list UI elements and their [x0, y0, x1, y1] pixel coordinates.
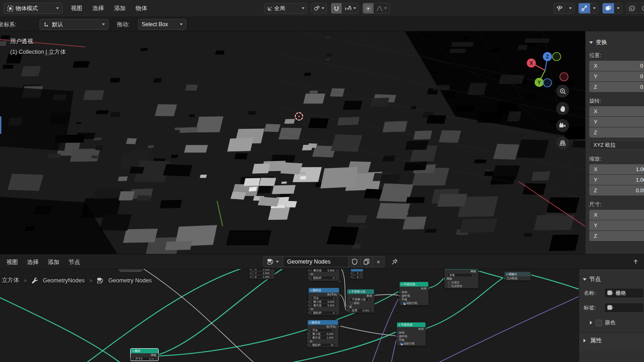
zoom-button[interactable]	[556, 85, 569, 98]
node-row-尺寸X[interactable]: 尺寸X1 m	[131, 357, 158, 361]
node-row-Y[interactable]: Y1.000	[250, 271, 274, 275]
node-socket[interactable]	[307, 333, 309, 335]
visibility-toggle[interactable]	[554, 3, 566, 13]
node-label-input[interactable]	[604, 303, 644, 313]
overlays-dropdown[interactable]	[614, 3, 622, 13]
node-socket[interactable]	[308, 312, 310, 314]
node-socket[interactable]	[477, 270, 479, 272]
node-socket[interactable]	[444, 277, 445, 281]
node-group-output[interactable]: ▾组输出几何数据	[504, 271, 531, 281]
proportional-edit-toggle[interactable]	[363, 3, 374, 13]
node-socket[interactable]	[308, 277, 310, 279]
unlink-button[interactable]: ×	[373, 256, 385, 267]
rotation-mode-dropdown[interactable]: XYZ 欧拉	[589, 140, 644, 150]
node-row-最大值[interactable]: 最大值5.000	[309, 269, 339, 272]
node-math[interactable]: ▾平滑最小值数值平滑最小值▾钳制值距离0.001	[347, 289, 374, 313]
node-row-随机种[interactable]: 随机种2	[309, 311, 339, 315]
transform-field-位置-X[interactable]: X0 m	[589, 61, 644, 71]
viewport-menu-0[interactable]: 视图	[67, 3, 86, 14]
node-socket[interactable]	[308, 305, 310, 306]
node-random-value-mid[interactable]: ▾随机值值(浮点)浮点▾最小值0.000最大值5.000ID随机种2	[308, 287, 339, 315]
node-row-局部空间[interactable]: 局部空间	[397, 342, 426, 345]
node-editor-menu-1[interactable]: 选择	[23, 257, 42, 268]
node-row-field[interactable]: 2	[351, 275, 363, 279]
node-editor-canvas[interactable]: X1.000Y1.000Z1.000最小值0.000最大值5.000ID随机种2…	[0, 269, 579, 362]
node-section-header[interactable]: 节点	[583, 276, 644, 283]
gizmos-toggle[interactable]	[579, 3, 590, 13]
node-tree-browse-dropdown[interactable]	[263, 256, 283, 267]
transform-field-位置-Z[interactable]: Z0 m	[589, 82, 644, 92]
transform-field-位置-Y[interactable]: Y0 m	[589, 71, 644, 81]
node-row-孔洞容差[interactable]: 孔洞容差	[445, 284, 478, 288]
node-socket[interactable]	[350, 272, 352, 274]
node-socket[interactable]	[346, 306, 348, 308]
node-row-平滑最小值[interactable]: 平滑最小值▾	[347, 298, 374, 301]
coord-system-dropdown[interactable]: 默认	[40, 19, 109, 30]
node-socket[interactable]	[396, 339, 398, 341]
node-socket[interactable]	[308, 273, 310, 275]
node-socket[interactable]	[428, 287, 430, 289]
pin-icon[interactable]	[391, 258, 398, 265]
shading-solid-toggle[interactable]	[638, 3, 644, 13]
transform-field-旋转-X[interactable]: X0°	[589, 106, 644, 116]
viewport-menu-2[interactable]: 添加	[110, 3, 129, 14]
node-row-随机种[interactable]: 随机种2	[309, 276, 339, 280]
node-socket[interactable]	[308, 301, 310, 303]
navigation-gizmo[interactable]: X Z Y	[522, 41, 577, 97]
node-collapsed-pill[interactable]	[119, 269, 143, 272]
node-translate-instances-1[interactable]: ▾平移实例实例实例选中项平移局部空间	[399, 282, 429, 305]
node-socket[interactable]	[399, 291, 401, 293]
transform-field-尺寸-X[interactable]: X	[589, 210, 644, 220]
node-socket[interactable]	[308, 308, 310, 310]
node-socket[interactable]	[425, 328, 427, 330]
node-row-Z[interactable]: Z1.000	[250, 275, 274, 279]
proportional-falloff-dropdown[interactable]	[374, 3, 389, 13]
transform-field-尺寸-Z[interactable]: Z	[589, 231, 644, 241]
transform-orientation-dropdown[interactable]: 全局	[264, 3, 307, 14]
node-socket[interactable]	[307, 340, 309, 342]
visibility-dropdown[interactable]	[566, 3, 574, 13]
node-socket[interactable]	[142, 269, 144, 270]
node-socket[interactable]	[307, 337, 309, 339]
transform-field-尺寸-Y[interactable]: Y	[589, 220, 644, 230]
node-translate-instances-2[interactable]: ▾平移实例实例实例选中项平移局部空间	[397, 322, 426, 346]
node-random-value-top[interactable]: 最小值0.000最大值5.000ID随机种2	[308, 269, 339, 281]
node-socket[interactable]	[339, 281, 340, 282]
node-grid[interactable]: ▾栅格网格尺寸X1 m	[130, 348, 159, 361]
snap-with-dropdown[interactable]	[342, 3, 358, 13]
node-random-value-bottom[interactable]: ▾随机值值(浮点)浮点▾最小值0.000最大值1.000ID随机种11	[307, 320, 339, 347]
gizmo-y-neg-axis[interactable]	[552, 52, 561, 61]
color-expand-icon[interactable]	[590, 321, 592, 325]
node-socket[interactable]	[338, 326, 339, 328]
color-checkbox[interactable]	[596, 320, 602, 326]
node-socket[interactable]	[249, 276, 251, 278]
gizmo-z-neg-axis[interactable]	[543, 79, 552, 87]
node-mesh-boolean[interactable]: 网格并集▾网格自相交孔洞容差	[444, 269, 478, 288]
transform-section-header[interactable]: 变换	[589, 39, 644, 46]
node-row-最大值[interactable]: 最大值1.000	[308, 336, 338, 339]
transform-field-旋转-Y[interactable]: Y0°	[589, 117, 644, 127]
node-socket[interactable]	[130, 358, 132, 360]
node-socket[interactable]	[339, 293, 340, 295]
node-socket[interactable]	[399, 295, 401, 297]
mode-dropdown[interactable]: 物体模式	[4, 3, 63, 14]
node-row-最大值[interactable]: 最大值5.000	[309, 304, 339, 307]
camera-view-button[interactable]	[556, 119, 569, 132]
go-to-parent-tree-button[interactable]	[629, 256, 642, 267]
node-socket[interactable]	[307, 344, 309, 346]
transform-field-缩放-Y[interactable]: Y1.000	[589, 175, 644, 185]
snap-toggle[interactable]	[331, 3, 342, 13]
node-socket[interactable]	[249, 269, 251, 270]
new-copy-button[interactable]	[361, 256, 373, 267]
node-name-input[interactable]: 栅格	[604, 288, 644, 298]
attributes-section[interactable]: 属性	[579, 333, 644, 351]
node-socket[interactable]	[396, 332, 398, 333]
toggle-ortho-button[interactable]	[556, 137, 569, 149]
node-socket[interactable]	[346, 310, 348, 311]
viewport-menu-1[interactable]: 选择	[89, 3, 108, 14]
overlays-toggle[interactable]	[603, 3, 614, 13]
viewport-menu-3[interactable]: 物体	[132, 3, 151, 14]
transform-field-缩放-X[interactable]: X1.000	[589, 164, 644, 174]
pan-hand-button[interactable]	[556, 102, 569, 115]
gizmo-x-neg-axis[interactable]	[560, 73, 568, 81]
